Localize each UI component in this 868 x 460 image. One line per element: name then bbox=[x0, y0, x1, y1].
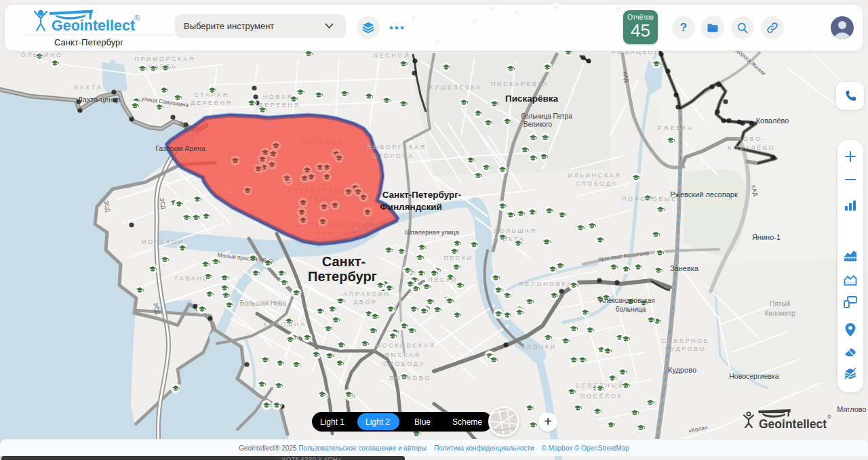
svg-text:ВЫБОРГСКАЯ: ВЫБОРГСКАЯ bbox=[367, 144, 427, 150]
svg-text:больница Петра: больница Петра bbox=[521, 112, 572, 120]
svg-text:Пятый: Пятый bbox=[770, 300, 790, 308]
svg-text:ПИСКАРЕВКА: ПИСКАРЕВКА bbox=[491, 81, 549, 87]
svg-text:Янино-1: Янино-1 bbox=[752, 233, 781, 241]
svg-text:СТАРАЯ: СТАРАЯ bbox=[195, 91, 229, 98]
svg-text:ДЕРЕВНЯ: ДЕРЕВНЯ bbox=[191, 100, 232, 106]
svg-text:АПРАКСИН: АПРАКСИН bbox=[343, 291, 390, 297]
svg-text:ВОЛКОВО: ВОЛКОВО bbox=[389, 375, 431, 381]
svg-text:КУШЕЛЕВКА: КУШЕЛЕВКА bbox=[429, 84, 482, 91]
svg-text:Санкт-: Санкт- bbox=[322, 254, 366, 269]
svg-text:Мяглово: Мяглово bbox=[837, 405, 866, 413]
svg-text:Километр: Километр bbox=[764, 310, 795, 317]
svg-text:ЯБЛОНОВКА: ЯБЛОНОВКА bbox=[519, 280, 572, 287]
svg-text:Великого: Великого bbox=[524, 121, 553, 128]
svg-text:ДЕРЕВНЯ: ДЕРЕВНЯ bbox=[258, 102, 300, 108]
svg-text:ПОСЁЛОК: ПОСЁЛОК bbox=[580, 393, 623, 400]
svg-text:Новосергиевка: Новосергиевка bbox=[729, 372, 779, 380]
svg-text:больница: больница bbox=[616, 306, 646, 313]
svg-text:Geointellect: Geointellect bbox=[759, 417, 827, 431]
svg-text:СТОРОНА: СТОРОНА bbox=[372, 152, 414, 159]
svg-text:Кудрово: Кудрово bbox=[668, 366, 696, 374]
svg-text:ЛЕСНОЙ: ЛЕСНОЙ bbox=[374, 51, 410, 59]
svg-text:Шпалерная улица: Шпалерная улица bbox=[405, 228, 459, 236]
svg-text:®: ® bbox=[827, 414, 831, 420]
svg-text:Ржевский лесопарк: Ржевский лесопарк bbox=[670, 190, 738, 198]
svg-text:Санкт-Петербург-: Санкт-Петербург- bbox=[382, 190, 462, 200]
svg-text:КОЛОМНА: КОЛОМНА bbox=[263, 321, 306, 328]
svg-text:КОВАЛЁВО: КОВАЛЁВО bbox=[728, 144, 774, 151]
svg-text:ОЛЬГИНО: ОЛЬГИНО bbox=[21, 51, 63, 58]
svg-text:ПОРОХОВЫЕ: ПОРОХОВЫЕ bbox=[622, 196, 677, 203]
svg-text:Пискарёвка: Пискарёвка bbox=[505, 93, 559, 104]
svg-text:Большая Нева: Большая Нева bbox=[240, 299, 287, 307]
svg-text:МОСКОВСКАЯ: МОСКОВСКАЯ bbox=[375, 342, 435, 349]
svg-text:КУДРОВО: КУДРОВО bbox=[665, 346, 706, 352]
svg-text:ЧАСТЬ: ЧАСТЬ bbox=[149, 63, 177, 70]
svg-text:Петербург: Петербург bbox=[308, 269, 377, 284]
svg-text:СЕВЕРНЫЙ: СЕВЕРНЫЙ bbox=[576, 381, 625, 389]
svg-text:ОХТА: ОХТА bbox=[502, 236, 525, 243]
svg-text:Финляндский: Финляндский bbox=[380, 202, 442, 212]
svg-text:ЛАХТА: ЛАХТА bbox=[74, 84, 102, 91]
svg-text:СЕВЕРНОЕ: СЕВЕРНОЕ bbox=[662, 337, 710, 344]
svg-text:Александровская: Александровская bbox=[599, 297, 654, 304]
svg-text:Лахта-центр: Лахта-центр bbox=[78, 96, 121, 104]
svg-text:Заневка: Заневка bbox=[670, 264, 699, 272]
svg-text:ГАВАНЬ: ГАВАНЬ bbox=[175, 275, 209, 282]
svg-text:КЛОЧКИ: КЛОЧКИ bbox=[521, 343, 556, 350]
svg-text:НОВАЯ: НОВАЯ bbox=[263, 93, 294, 100]
svg-text:СЛОБОДА: СЛОБОДА bbox=[383, 360, 425, 367]
svg-text:НОВО-: НОВО- bbox=[737, 135, 766, 142]
svg-text:ПРИМОРСКАЯ: ПРИМОРСКАЯ bbox=[134, 56, 195, 62]
svg-text:Газпром Арена: Газпром Арена bbox=[155, 144, 205, 152]
svg-text:ПЕСКИ: ПЕСКИ bbox=[428, 276, 458, 283]
svg-text:МОРСКОЙ: МОРСКОЙ bbox=[141, 238, 184, 245]
svg-text:®: ® bbox=[134, 14, 140, 22]
svg-text:ПЕСКИ: ПЕСКИ bbox=[443, 255, 473, 262]
svg-text:РЖЕВКА: РЖЕВКА bbox=[657, 125, 693, 131]
svg-text:Geointellect: Geointellect bbox=[52, 18, 135, 34]
svg-text:ЯМСКАЯ: ЯМСКАЯ bbox=[384, 352, 421, 358]
svg-text:БОЛЬШАЯ: БОЛЬШАЯ bbox=[494, 228, 536, 234]
svg-text:ИЛЬИНСКАЯ: ИЛЬИНСКАЯ bbox=[568, 172, 622, 179]
svg-text:СЛОБОДА: СЛОБОДА bbox=[576, 180, 618, 187]
svg-text:ДВОР: ДВОР bbox=[353, 299, 377, 306]
svg-text:Ковалёво: Ковалёво bbox=[756, 117, 789, 125]
